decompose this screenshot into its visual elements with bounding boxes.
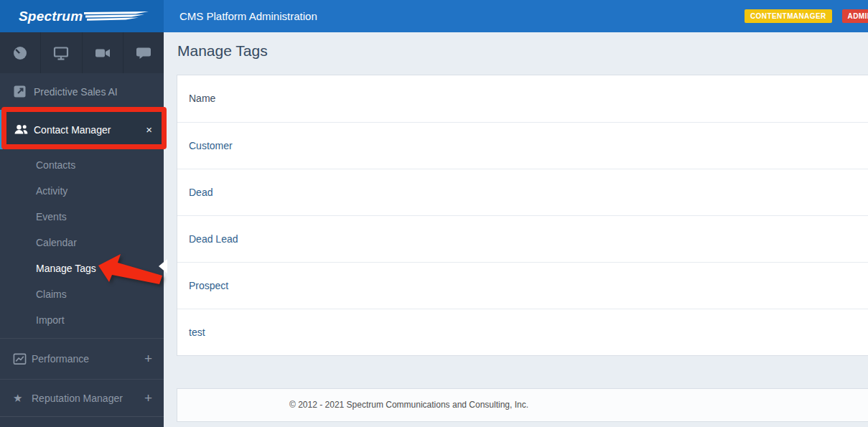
sidebar-divider	[0, 416, 164, 417]
table-row: Dead Lead	[177, 215, 868, 262]
tag-link[interactable]: Dead Lead	[189, 233, 238, 245]
tag-link[interactable]: Customer	[189, 140, 233, 151]
sidebar-item-label: Reputation Manager	[32, 393, 123, 404]
sidebar-item-label: Predictive Sales AI	[34, 86, 118, 98]
logo[interactable]: Spectrum	[0, 0, 164, 32]
tag-link[interactable]: test	[189, 327, 205, 338]
role-badge-admin: ADMIN	[842, 9, 868, 23]
expand-plus-icon[interactable]: +	[144, 390, 152, 406]
external-link-square-icon	[14, 85, 31, 98]
table-row: Customer	[177, 122, 868, 169]
tab-chat[interactable]	[123, 32, 164, 73]
contact-manager-submenu: Contacts Activity Events Calendar Manage…	[0, 152, 164, 333]
line-chart-icon	[13, 352, 32, 366]
video-camera-icon	[94, 44, 111, 62]
submenu-item-import[interactable]: Import	[0, 307, 164, 333]
logo-text: Spectrum	[19, 9, 83, 24]
logo-swoosh-icon	[84, 11, 150, 22]
submenu-item-contacts[interactable]: Contacts	[0, 152, 164, 178]
tab-video[interactable]	[82, 32, 123, 73]
close-icon[interactable]: ×	[146, 123, 152, 136]
sidebar-item-label: Performance	[32, 353, 89, 365]
tab-desktop[interactable]	[40, 32, 81, 73]
role-badge-contentmanager: CONTENTMANAGER	[745, 9, 832, 23]
page-footer: © 2012 - 2021 Spectrum Communications an…	[177, 388, 868, 422]
app-root: Spectrum CMS Platform Administration CON…	[0, 0, 868, 427]
tab-dashboard[interactable]	[0, 32, 40, 73]
page-title: Manage Tags	[177, 42, 268, 60]
sidebar-icon-tabs	[0, 32, 164, 73]
copyright-text: © 2012 - 2021 Spectrum Communications an…	[289, 389, 528, 421]
submenu-item-manage-tags[interactable]: Manage Tags	[0, 255, 164, 281]
desktop-icon	[52, 44, 70, 62]
tag-link[interactable]: Dead	[189, 187, 213, 198]
star-icon: ★	[13, 392, 32, 405]
table-row: Prospect	[177, 262, 868, 309]
submenu-item-activity[interactable]: Activity	[0, 178, 164, 204]
users-icon	[14, 123, 31, 136]
sidebar-item-label: Contact Manager	[34, 124, 111, 136]
sidebar: Predictive Sales AI Contact Manager × Co…	[0, 32, 164, 427]
table-row: test	[177, 309, 868, 355]
sidebar-item-contact-manager[interactable]: Contact Manager ×	[0, 110, 164, 149]
expand-plus-icon[interactable]: +	[144, 351, 152, 367]
chat-bubble-icon	[135, 44, 152, 62]
sidebar-item-performance[interactable]: Performance +	[0, 338, 164, 379]
submenu-item-claims[interactable]: Claims	[0, 281, 164, 307]
top-navbar: CMS Platform Administration CONTENTMANAG…	[164, 0, 868, 32]
submenu-item-calendar[interactable]: Calendar	[0, 230, 164, 255]
sidebar-item-predictive-sales-ai[interactable]: Predictive Sales AI	[0, 73, 164, 110]
navbar-right: CONTENTMANAGER ADMIN he	[745, 0, 868, 32]
active-item-caret	[159, 259, 167, 273]
tag-link[interactable]: Prospect	[189, 280, 228, 291]
app-title: CMS Platform Administration	[179, 0, 317, 32]
submenu-item-events[interactable]: Events	[0, 204, 164, 230]
column-header-name: Name	[177, 75, 868, 122]
tags-table: Name Customer Dead Dead Lead Prospect te…	[177, 75, 868, 356]
sidebar-item-reputation-manager[interactable]: ★ Reputation Manager +	[0, 379, 164, 416]
table-row: Dead	[177, 169, 868, 215]
gauge-icon	[11, 44, 29, 62]
